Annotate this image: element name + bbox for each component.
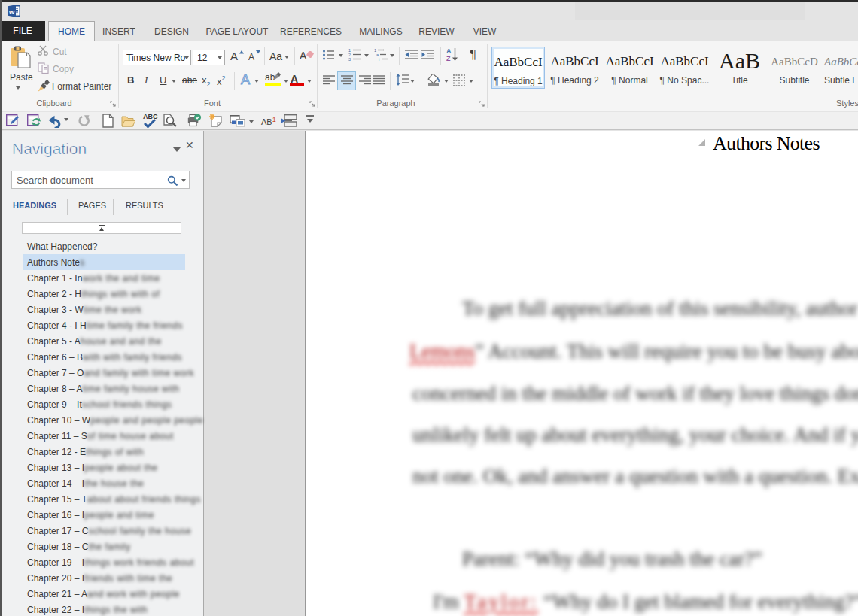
svg-text:3: 3 xyxy=(348,57,351,62)
svg-text:A: A xyxy=(446,47,452,55)
svg-text:Z: Z xyxy=(446,55,451,62)
svg-text:w: w xyxy=(8,8,15,16)
svg-text:i: i xyxy=(379,57,379,61)
